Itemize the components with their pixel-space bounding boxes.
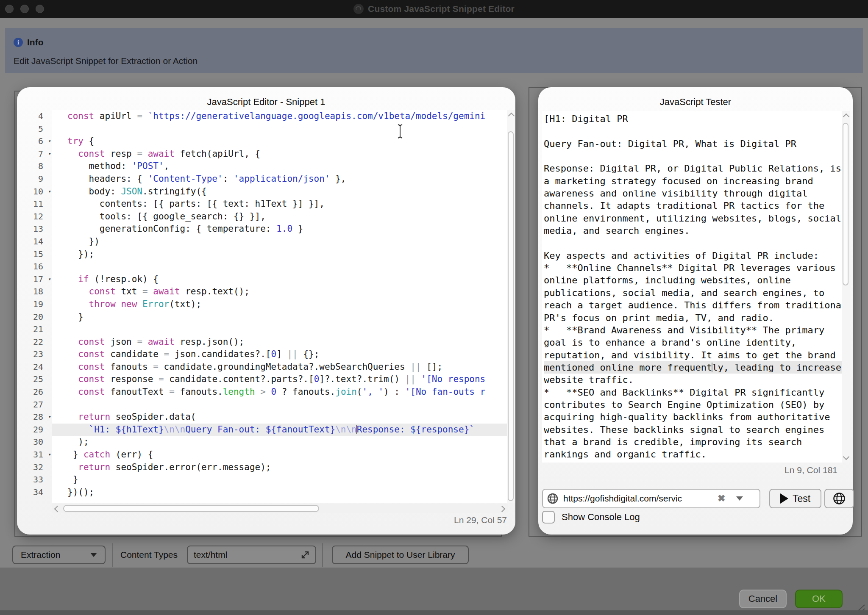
code-line[interactable]: headers: { 'Content-Type': 'application/… xyxy=(52,173,508,186)
line-number[interactable]: 12 xyxy=(17,211,52,223)
code-line[interactable] xyxy=(52,260,508,273)
scroll-right-icon[interactable] xyxy=(499,506,506,512)
output-line[interactable]: Key aspects and activities of Digital PR… xyxy=(544,249,842,262)
scroll-down-icon[interactable] xyxy=(843,454,850,460)
tester-output-area[interactable]: [H1: Digital PRQuery Fan-out: Digital PR… xyxy=(542,111,842,463)
line-number[interactable]: 17▾ xyxy=(17,273,52,286)
line-number[interactable]: 33 xyxy=(17,474,52,486)
code-line[interactable]: const candidate = json.candidates?.[0] |… xyxy=(52,348,508,361)
line-number[interactable]: 22 xyxy=(17,336,52,349)
line-number[interactable]: 10▾ xyxy=(17,186,52,198)
output-line[interactable]: reach a target audience. This differs fr… xyxy=(544,299,842,311)
ok-button[interactable]: OK xyxy=(795,590,843,608)
fold-arrow-icon[interactable]: ▾ xyxy=(48,449,51,461)
code-line[interactable]: }); xyxy=(52,248,508,261)
line-number[interactable]: 13 xyxy=(17,223,52,235)
clear-url-icon[interactable]: ✖ xyxy=(718,493,725,504)
code-line[interactable]: const fanoutText = fanouts.length > 0 ? … xyxy=(52,386,508,399)
code-line[interactable]: throw new Error(txt); xyxy=(52,298,508,311)
output-line[interactable]: online platforms, including websites, on… xyxy=(544,274,842,286)
code-line[interactable]: const response = candidate.content?.part… xyxy=(52,373,508,386)
output-line[interactable]: PR's focus on print media, TV, and radio… xyxy=(544,312,842,324)
code-line[interactable] xyxy=(52,323,508,336)
code-line[interactable]: `H1: ${h1Text}\n\nQuery Fan-out: ${fanou… xyxy=(52,424,508,436)
code-line[interactable]: }) xyxy=(52,235,508,248)
scroll-up-icon[interactable] xyxy=(508,113,515,119)
code-line[interactable]: try { xyxy=(52,135,508,148)
code-editor-area[interactable]: const apiUrl = `https://generativelangua… xyxy=(52,110,508,503)
tester-vertical-scrollbar-thumb[interactable] xyxy=(843,123,849,285)
code-line[interactable]: const apiUrl = `https://generativelangua… xyxy=(52,110,508,123)
cancel-button[interactable]: Cancel xyxy=(739,590,787,608)
output-line[interactable]: contributes to Search Engine Optimizatio… xyxy=(544,399,842,411)
test-button[interactable]: Test xyxy=(769,489,821,508)
line-number[interactable]: 26 xyxy=(17,386,52,399)
fold-arrow-icon[interactable]: ▾ xyxy=(48,148,51,161)
line-number[interactable]: 14 xyxy=(17,235,52,248)
show-console-log-checkbox[interactable] xyxy=(542,511,555,524)
line-number[interactable]: 31▾ xyxy=(17,449,52,461)
code-line[interactable]: } catch (err) { xyxy=(52,449,508,461)
output-line[interactable]: Query Fan-out: Digital PR, What is Digit… xyxy=(544,138,842,150)
code-line[interactable]: const fanouts = candidate.groundingMetad… xyxy=(52,361,508,374)
code-line[interactable]: ); xyxy=(52,436,508,449)
code-line[interactable]: const resp = await fetch(apiUrl, { xyxy=(52,148,508,161)
fold-arrow-icon[interactable]: ▾ xyxy=(48,135,51,148)
code-line[interactable]: contents: [{ parts: [{ text: h1Text }] }… xyxy=(52,198,508,211)
editor-vertical-scrollbar[interactable] xyxy=(507,110,515,503)
scroll-left-icon[interactable] xyxy=(54,506,61,512)
output-line[interactable]: awareness and online visibility through … xyxy=(544,187,842,199)
code-line[interactable]: } xyxy=(52,474,508,486)
tester-vertical-scrollbar[interactable] xyxy=(842,111,850,463)
line-number[interactable]: 11 xyxy=(17,198,52,211)
code-line[interactable]: generationConfig: { temperature: 1.0 } xyxy=(52,223,508,235)
output-line[interactable] xyxy=(544,237,842,249)
line-number[interactable]: 21 xyxy=(17,323,52,336)
line-number[interactable]: 24 xyxy=(17,361,52,374)
code-line[interactable]: } xyxy=(52,311,508,324)
output-line[interactable]: websites. These backlinks signal to sear… xyxy=(544,424,842,436)
line-number[interactable]: 7▾ xyxy=(17,148,52,161)
line-number[interactable]: 20 xyxy=(17,311,52,324)
code-line[interactable]: const txt = await resp.text(); xyxy=(52,285,508,298)
test-url-input[interactable]: https://gofishdigital.com/servic ✖ xyxy=(542,489,760,508)
open-in-browser-button[interactable] xyxy=(824,489,854,508)
output-line[interactable]: * **Online Channels** Digital PR leverag… xyxy=(544,262,842,274)
line-number[interactable]: 30 xyxy=(17,436,52,449)
line-number[interactable]: 25 xyxy=(17,373,52,386)
output-line[interactable]: channels. It adapts traditional PR tacti… xyxy=(544,199,842,212)
editor-vertical-scrollbar-thumb[interactable] xyxy=(508,131,514,501)
line-number[interactable]: 29 xyxy=(17,424,52,436)
output-line[interactable]: a marketing strategy focused on increasi… xyxy=(544,175,842,187)
line-number[interactable]: 28▾ xyxy=(17,411,52,424)
output-line[interactable]: [H1: Digital PR xyxy=(544,113,842,125)
output-line[interactable] xyxy=(544,125,842,137)
line-number[interactable]: 23 xyxy=(17,348,52,361)
output-line[interactable]: online environment, utilizing websites, … xyxy=(544,212,842,224)
output-line[interactable]: * **Brand Awareness and Visibility** The… xyxy=(544,324,842,336)
output-line[interactable] xyxy=(544,150,842,162)
line-number[interactable]: 4 xyxy=(17,110,52,123)
code-line[interactable]: method: 'POST', xyxy=(52,160,508,173)
output-line[interactable]: goal is to enhance a brand's online iden… xyxy=(544,336,842,349)
code-line[interactable]: const json = await resp.json(); xyxy=(52,336,508,349)
content-types-input[interactable]: text/html xyxy=(187,546,316,564)
output-line[interactable]: rankings and organic traffic. xyxy=(544,448,842,460)
test-url-value[interactable]: https://gofishdigital.com/servic xyxy=(563,493,712,504)
output-line[interactable]: media, and search engines. xyxy=(544,224,842,237)
output-line[interactable]: acquiring high-quality backlinks from au… xyxy=(544,411,842,423)
line-number[interactable]: 19 xyxy=(17,298,52,311)
code-line[interactable]: if (!resp.ok) { xyxy=(52,273,508,286)
scroll-up-icon[interactable] xyxy=(843,114,850,120)
output-line[interactable]: * **SEO and Backlinks** Digital PR signi… xyxy=(544,386,842,399)
line-number[interactable]: 5 xyxy=(17,123,52,136)
code-line[interactable] xyxy=(52,399,508,411)
output-line[interactable]: publications, social media, and search e… xyxy=(544,287,842,299)
output-line[interactable]: reputation, and visibility. It aims to g… xyxy=(544,349,842,361)
expand-icon[interactable] xyxy=(300,550,310,560)
line-number[interactable]: 16 xyxy=(17,260,52,273)
line-number[interactable]: 34 xyxy=(17,486,52,499)
fold-arrow-icon[interactable]: ▾ xyxy=(48,186,51,198)
code-line[interactable]: return seoSpider.data( xyxy=(52,411,508,424)
line-number[interactable]: 32 xyxy=(17,461,52,474)
